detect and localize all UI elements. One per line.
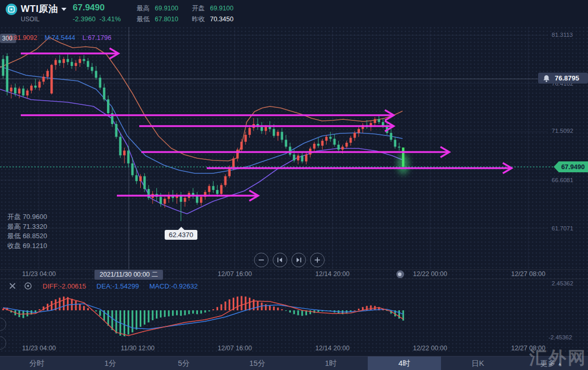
time-axis-label: 11/23 04:00 bbox=[22, 270, 56, 278]
y-axis-label: 81.3113 bbox=[552, 32, 588, 38]
stat-value: 67.8010 bbox=[155, 14, 192, 25]
macd-time-label: 12/22 00:00 bbox=[413, 345, 447, 352]
site-watermark: 汇外网 bbox=[529, 346, 587, 370]
stat-label: 开盘 bbox=[192, 3, 210, 14]
stat-label: 最高 bbox=[137, 3, 155, 14]
time-axis-label: 12/07 16:00 bbox=[218, 270, 252, 278]
alert-price: 76.8795 bbox=[555, 74, 579, 82]
minus-icon bbox=[258, 257, 264, 263]
skip-start-icon bbox=[277, 257, 283, 263]
chart-controls bbox=[254, 253, 325, 267]
divider bbox=[0, 269, 588, 270]
ohlc-tooltip: 开盘 70.9600 最高 71.3320 最低 68.8520 收盘 69.1… bbox=[7, 212, 47, 251]
skip-to-end-button[interactable] bbox=[291, 253, 306, 267]
macd-dea-value: DEA:-1.54299 bbox=[97, 282, 139, 290]
macd-time-label: 11/23 04:00 bbox=[22, 345, 56, 352]
skip-to-start-button[interactable] bbox=[273, 253, 287, 267]
band-lower-value: L:67.1796 bbox=[83, 34, 112, 42]
ohlc-row: 最低 68.8520 bbox=[7, 231, 47, 241]
timeframe-tab-daily[interactable]: 日K bbox=[441, 357, 515, 370]
chevron-down-icon bbox=[61, 8, 66, 11]
stat-value: 69.9100 bbox=[210, 3, 247, 14]
ohlc-row: 最高 71.3320 bbox=[7, 222, 47, 232]
stat-label: 昨收 bbox=[192, 14, 210, 25]
indicator-settings-button[interactable] bbox=[23, 281, 33, 291]
close-indicator-button[interactable] bbox=[7, 281, 18, 291]
symbol-name: WTI原油 bbox=[21, 4, 58, 14]
timeframe-tab-15min[interactable]: 15分 bbox=[221, 357, 295, 370]
bell-icon bbox=[541, 74, 553, 83]
y-axis-label: 71.5092 bbox=[552, 128, 588, 134]
time-axis-label: 12/22 00:00 bbox=[413, 270, 447, 278]
chart-canvas[interactable] bbox=[0, 0, 588, 370]
stat-value: 69.9100 bbox=[155, 3, 192, 14]
trading-app: WTI原油 USOIL 67.9490 -2.3960 -3.41% 最高 69… bbox=[0, 0, 588, 370]
timeframe-tab-4h[interactable]: 4时 bbox=[368, 357, 442, 370]
macd-axis-label: -2.45362 bbox=[549, 334, 585, 340]
zoom-out-button[interactable] bbox=[254, 253, 269, 267]
ohlc-row: 开盘 70.9600 bbox=[7, 212, 47, 222]
macd-diff-value: DIFF:-2.00615 bbox=[43, 282, 86, 290]
symbol-dropdown[interactable]: WTI原油 bbox=[21, 3, 66, 15]
timeframe-tab-1min[interactable]: 1分 bbox=[74, 357, 148, 370]
daily-stats: 最高 69.9100 开盘 69.9100 最低 67.8010 昨收 70.3… bbox=[137, 3, 247, 25]
timeframe-tab-fenshi[interactable]: 分时 bbox=[0, 357, 74, 370]
crosshair-date-label: 2021/11/30 00:00 二 bbox=[95, 270, 163, 280]
settings-target-icon bbox=[24, 282, 32, 290]
visibility-icon[interactable] bbox=[396, 270, 404, 278]
time-axis-label: 12/14 20:00 bbox=[315, 270, 350, 278]
macd-time-label: 12/14 20:00 bbox=[315, 345, 350, 352]
symbol-code: USOIL bbox=[21, 16, 39, 23]
plus-icon bbox=[314, 257, 320, 263]
price-change: -2.3960 -3.41% bbox=[73, 15, 121, 23]
skip-end-icon bbox=[296, 257, 302, 263]
band-upper-value: U:81.9092 bbox=[7, 34, 37, 42]
stat-label: 最低 bbox=[137, 14, 155, 25]
macd-indicator-header: DIFF:-2.00615 DEA:-1.54299 MACD:-0.92632 bbox=[7, 281, 198, 291]
divider bbox=[0, 279, 588, 279]
y-axis-label: 61.7071 bbox=[552, 225, 588, 231]
last-price: 67.9490 bbox=[73, 3, 104, 13]
stat-value: 70.3450 bbox=[210, 14, 247, 25]
price-alert-pill[interactable]: 76.8795 bbox=[538, 73, 588, 84]
timeframe-toolbar: 分时 1分 5分 15分 1时 4时 日K 更多▲ bbox=[0, 356, 588, 370]
band-mid-value: M:74.5444 bbox=[45, 34, 75, 42]
current-price-badge: 67.9490 bbox=[554, 161, 588, 172]
low-price-marker: 62.4370 bbox=[165, 230, 197, 240]
timeframe-tab-5min[interactable]: 5分 bbox=[147, 357, 221, 370]
band-values: U:81.9092M:74.5444L:67.1796 bbox=[7, 34, 111, 42]
instrument-logo-icon bbox=[5, 3, 18, 16]
macd-macd-value: MACD:-0.92632 bbox=[150, 282, 198, 290]
time-axis-label: 12/27 08:00 bbox=[511, 270, 545, 278]
macd-time-label: 11/30 12:00 bbox=[121, 345, 154, 352]
y-axis-label: 66.6081 bbox=[552, 177, 588, 183]
zoom-in-button[interactable] bbox=[310, 253, 325, 267]
macd-axis-label: 2.45362 bbox=[552, 280, 588, 286]
timeframe-tab-1h[interactable]: 1时 bbox=[294, 357, 368, 370]
close-icon bbox=[9, 282, 16, 290]
ohlc-row: 收盘 69.1210 bbox=[7, 241, 47, 251]
macd-time-label: 12/07 16:00 bbox=[218, 345, 252, 352]
